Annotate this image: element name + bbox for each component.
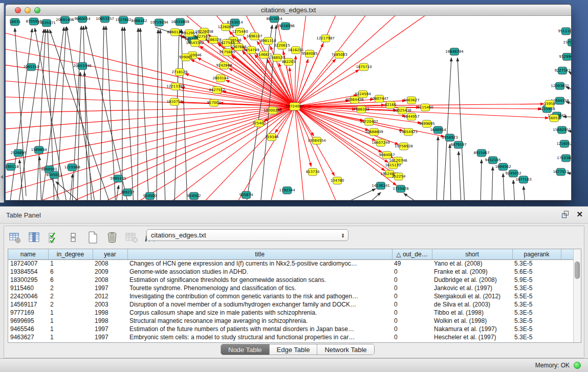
node-table[interactable]: namein_degreeyeartitle△ out_de…shortpage… — [8, 249, 574, 341]
table-cell[interactable]: 6 — [48, 268, 93, 276]
network-node[interactable]: 15720407 — [360, 118, 378, 125]
network-node[interactable]: 19384554 — [308, 137, 326, 144]
network-node[interactable]: 935674 — [239, 191, 253, 199]
table-cell[interactable]: Stergiakouli et al. (2012) — [432, 292, 512, 300]
network-node[interactable]: 20053346 — [73, 62, 92, 70]
network-node[interactable]: 14136141 — [372, 182, 390, 189]
table-cell[interactable] — [561, 259, 573, 268]
table-cell[interactable]: 5.3E-5 — [512, 325, 561, 333]
network-node[interactable]: 18407249 — [372, 139, 390, 146]
network-node[interactable]: 9242848 — [216, 62, 232, 69]
network-node[interactable]: 1677103 — [515, 176, 531, 183]
network-node[interactable]: 12213383 — [166, 83, 185, 90]
table-cell[interactable]: 5.3E-5 — [512, 300, 561, 309]
network-node[interactable]: 1589894 — [31, 146, 47, 154]
network-node[interactable]: 8960123 — [167, 29, 183, 36]
network-node[interactable]: 1694562 — [495, 163, 511, 170]
network-node[interactable]: 19654923 — [399, 128, 418, 136]
table-cell[interactable]: 0 — [392, 276, 432, 284]
table-cell[interactable]: 1997 — [93, 284, 127, 292]
network-node[interactable]: 24035571 — [37, 19, 56, 27]
table-cell[interactable]: Changes of HCN gene expression and I(f) … — [127, 259, 392, 268]
network-node[interactable]: 789237 — [121, 189, 135, 196]
table-cell[interactable]: 2 — [48, 284, 93, 292]
table-cell[interactable]: Wolkin et al. (1998) — [432, 317, 512, 325]
table-cell[interactable]: 2008 — [93, 259, 127, 268]
network-node[interactable]: 10653257 — [96, 16, 114, 23]
network-node[interactable]: 20691406 — [56, 16, 74, 24]
table-cell[interactable]: Investigating the contribution of common… — [127, 292, 392, 300]
table-cell[interactable]: 0 — [392, 325, 432, 333]
network-node[interactable]: 252254 — [392, 173, 406, 180]
table-row[interactable]: 946554611997Estimation of the future num… — [8, 325, 573, 333]
network-node[interactable]: 62160 — [385, 101, 396, 108]
network-node[interactable]: 9584085 — [301, 50, 317, 57]
window-titlebar[interactable]: citations_edges.txt — [6, 5, 571, 16]
table-row[interactable]: 977716911998Corpus callosum shape and si… — [8, 309, 573, 317]
table-cell[interactable]: 9777169 — [8, 309, 48, 317]
table-row[interactable]: 1830029562008Estimation of significance … — [8, 276, 573, 284]
network-node[interactable]: 10719194 — [150, 19, 168, 26]
network-node[interactable]: 917004 — [207, 99, 221, 106]
float-panel-icon[interactable] — [562, 210, 570, 218]
table-cell[interactable]: 5.3E-5 — [512, 284, 561, 292]
network-node[interactable]: 9227343 — [554, 67, 570, 74]
network-node[interactable]: 1527602 — [115, 16, 131, 24]
scrollbar-thumb[interactable] — [575, 261, 580, 279]
table-cell[interactable] — [561, 284, 573, 292]
table-row[interactable]: 1872400712008Changes of HCN gene express… — [8, 259, 573, 268]
network-node[interactable]: 16648784 — [445, 48, 464, 55]
network-node[interactable]: 17103603 — [557, 155, 571, 162]
table-cell[interactable]: 18300295 — [8, 276, 48, 284]
table-row[interactable]: 1456911722003Disruption of a novel membe… — [8, 300, 573, 309]
network-node[interactable]: 882203 — [282, 58, 296, 65]
table-cell[interactable]: 5.5E-5 — [512, 292, 561, 300]
vertical-scrollbar[interactable] — [573, 249, 581, 342]
table-cell[interactable]: 1998 — [93, 317, 127, 325]
network-node[interactable]: 1810755 — [166, 98, 182, 105]
table-cell[interactable] — [561, 268, 573, 276]
table-cell[interactable] — [561, 300, 573, 309]
network-node[interactable]: 15751074 — [563, 39, 571, 46]
network-node[interactable]: 1216053 — [556, 140, 571, 147]
network-node[interactable]: 1640954 — [430, 126, 446, 134]
table-cell[interactable]: 0 — [392, 284, 432, 292]
network-node[interactable]: 2718126 — [171, 69, 188, 76]
column-header-out_de[interactable]: △ out_de… — [392, 249, 432, 259]
network-node[interactable]: 5905135 — [110, 175, 126, 182]
table-cell[interactable]: 1 — [48, 309, 93, 317]
table-cell[interactable]: 5.3E-5 — [512, 309, 561, 317]
network-node[interactable]: 719344 — [265, 134, 279, 141]
network-node[interactable]: 924500 — [143, 192, 157, 200]
new-document-icon[interactable] — [86, 231, 99, 244]
table-cell[interactable]: Dudbridge et al. (2008) — [432, 276, 512, 284]
table-cell[interactable]: 1998 — [93, 309, 127, 317]
network-node[interactable]: 1215568 — [64, 164, 80, 171]
network-node[interactable]: 15692951 — [553, 126, 571, 134]
network-node[interactable]: 9190118 — [6, 163, 19, 170]
network-node[interactable]: 8915467 — [473, 149, 489, 157]
table-cell[interactable]: Genome-wide association studies in ADHD. — [127, 268, 392, 276]
table-cell[interactable]: 2003 — [93, 300, 127, 309]
table-cell[interactable]: 9115460 — [8, 284, 48, 292]
network-node[interactable]: 19756928 — [395, 143, 413, 150]
table-row[interactable]: 911546021997Tourette syndrome. Phenomeno… — [8, 284, 573, 292]
network-node[interactable]: 12217987 — [316, 35, 335, 42]
table-cell[interactable]: 5.3E-5 — [512, 259, 561, 268]
table-cell[interactable]: Structural magnetic resonance image aver… — [127, 317, 392, 325]
table-cell[interactable]: 5.3E-5 — [512, 333, 561, 341]
network-node[interactable]: 16057 — [549, 115, 560, 122]
table-cell[interactable] — [561, 292, 573, 300]
panel-collapse-arrow-icon[interactable] — [1, 175, 3, 179]
network-node[interactable]: 7485083 — [331, 51, 347, 58]
table-cell[interactable]: 9463627 — [8, 333, 48, 341]
table-cell[interactable]: 1 — [48, 317, 93, 325]
table-cell[interactable]: 2012 — [93, 292, 127, 300]
network-node[interactable]: 1192344 — [279, 187, 295, 194]
network-node[interactable]: 813734 — [306, 168, 320, 176]
table-cell[interactable]: 2 — [48, 292, 93, 300]
table-select-dropdown[interactable]: citations_edges.txt ▴▾ — [146, 229, 349, 241]
table-cell[interactable]: Corpus callosum shape and size in male p… — [127, 309, 392, 317]
table-cell[interactable]: Tibbo et al. (1998) — [432, 309, 512, 317]
column-header-name[interactable]: name — [8, 249, 48, 259]
